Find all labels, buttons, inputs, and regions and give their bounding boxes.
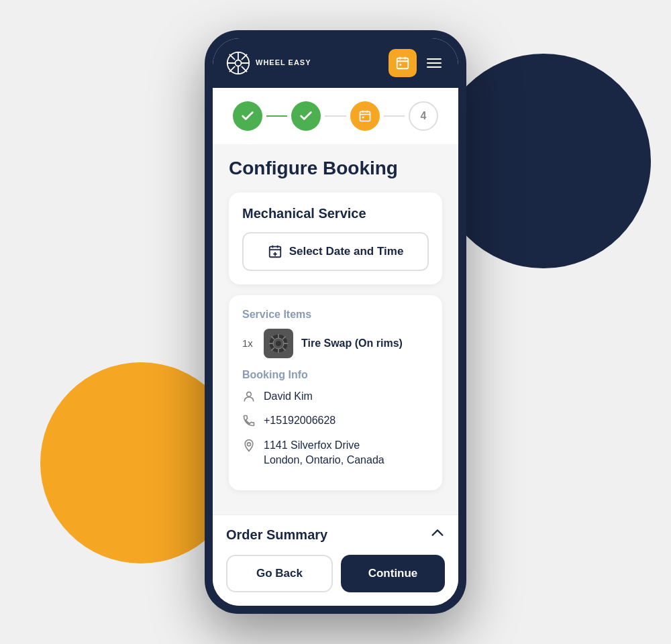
address-line1: 1141 Silverfox Drive <box>264 438 384 453</box>
location-icon <box>242 439 256 452</box>
service-title: Mechanical Service <box>242 206 429 221</box>
service-item-row: 1x <box>242 329 429 358</box>
svg-rect-15 <box>360 111 370 121</box>
action-buttons: Go Back Continue <box>226 555 445 592</box>
svg-line-9 <box>229 66 235 72</box>
item-thumbnail <box>264 329 293 358</box>
progress-steps: 4 <box>213 88 458 144</box>
continue-button[interactable]: Continue <box>341 555 445 592</box>
svg-point-37 <box>247 392 252 396</box>
chevron-up-icon <box>430 526 445 544</box>
phone-row: +15192006628 <box>242 413 429 428</box>
step-line-3-4 <box>384 115 405 117</box>
select-date-label: Select Date and Time <box>289 245 404 258</box>
step-4-label: 4 <box>421 110 427 122</box>
svg-point-28 <box>276 341 281 346</box>
phone-number: +15192006628 <box>264 413 336 428</box>
customer-name-row: David Kim <box>242 389 429 404</box>
address-text: 1141 Silverfox Drive London, Ontario, Ca… <box>264 438 384 468</box>
step-line-1-2 <box>266 115 287 117</box>
calendar-plus-icon <box>268 244 282 259</box>
svg-point-38 <box>248 442 251 445</box>
check-icon-2 <box>299 109 313 123</box>
customer-name: David Kim <box>264 389 313 404</box>
service-items-section: Service Items 1x <box>229 295 442 491</box>
item-quantity: 1x <box>242 337 256 349</box>
go-back-button[interactable]: Go Back <box>226 555 333 592</box>
address-line2: London, Ontario, Canada <box>264 453 384 468</box>
step-1 <box>233 101 262 131</box>
order-summary-title: Order Summary <box>226 527 327 543</box>
svg-rect-14 <box>399 64 401 66</box>
service-card: Mechanical Service Select Date and Time <box>229 193 442 284</box>
header-calendar-button[interactable] <box>389 49 417 77</box>
bottom-bar: Order Summary Go Back Continue <box>213 515 458 606</box>
calendar-icon <box>395 56 410 70</box>
main-content: Configure Booking Mechanical Service Sel… <box>213 144 458 515</box>
hamburger-menu-button[interactable] <box>423 52 445 74</box>
wheel-logo-icon <box>226 51 250 75</box>
phone-frame: WHEEL EASY <box>205 30 466 614</box>
address-row: 1141 Silverfox Drive London, Ontario, Ca… <box>242 438 429 468</box>
service-items-label: Service Items <box>242 309 429 321</box>
person-icon <box>242 390 256 403</box>
svg-rect-19 <box>362 117 364 119</box>
step-line-2-3 <box>325 115 346 117</box>
header-actions <box>389 49 445 77</box>
select-date-time-button[interactable]: Select Date and Time <box>242 232 429 271</box>
menu-bar-3 <box>427 66 442 68</box>
bg-circle-navy <box>436 54 651 268</box>
app-header: WHEEL EASY <box>213 38 458 88</box>
logo-text: WHEEL EASY <box>256 58 311 67</box>
svg-point-1 <box>236 60 242 66</box>
step-4: 4 <box>409 101 438 131</box>
menu-bar-1 <box>427 58 442 60</box>
phone-icon <box>242 414 256 427</box>
booking-info-section: Booking Info David Kim +15192006628 <box>242 369 429 468</box>
booking-info-label: Booking Info <box>242 369 429 381</box>
item-name: Tire Swap (On rims) <box>301 337 403 350</box>
tire-image-icon <box>268 333 289 354</box>
svg-rect-10 <box>397 58 409 68</box>
logo-area: WHEEL EASY <box>226 51 311 75</box>
svg-line-8 <box>242 54 247 60</box>
calendar-step-icon <box>358 109 372 123</box>
menu-bar-2 <box>427 62 442 64</box>
order-summary-header[interactable]: Order Summary <box>226 526 445 544</box>
chevron-icon <box>430 526 445 541</box>
phone-screen: WHEEL EASY <box>213 38 458 606</box>
step-3 <box>350 101 380 131</box>
step-2 <box>291 101 321 131</box>
svg-line-7 <box>242 66 247 72</box>
page-title: Configure Booking <box>229 158 442 179</box>
svg-line-6 <box>229 54 235 60</box>
check-icon-1 <box>240 109 255 123</box>
